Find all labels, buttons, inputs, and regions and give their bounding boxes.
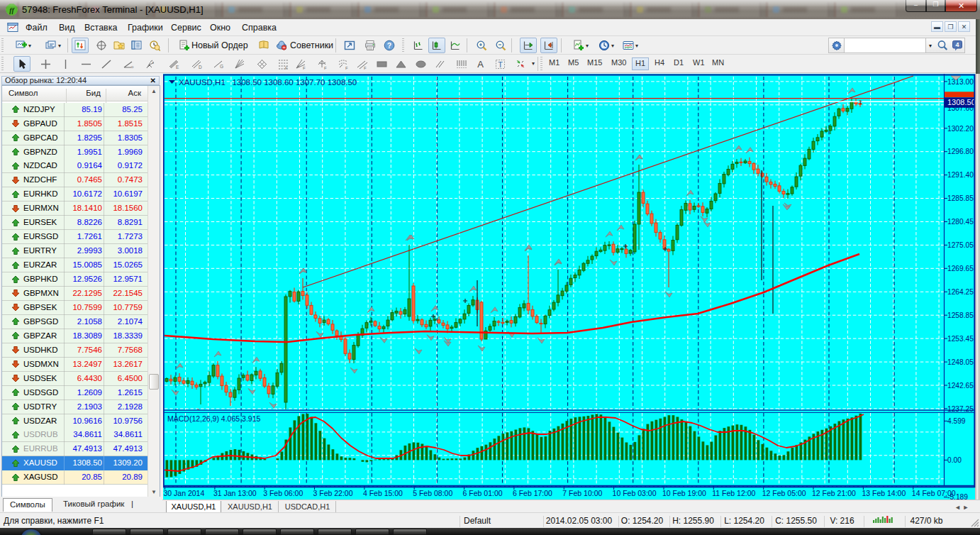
svg-text:1264.25: 1264.25 xyxy=(947,288,974,296)
svg-text:T: T xyxy=(498,60,503,68)
svg-text:1258.85: 1258.85 xyxy=(947,311,974,319)
svg-text:1237.25: 1237.25 xyxy=(947,405,974,413)
svg-text:1248.05: 1248.05 xyxy=(947,358,974,366)
svg-text:3 Feb 22:00: 3 Feb 22:00 xyxy=(313,489,353,497)
svg-text:1285.85: 1285.85 xyxy=(947,194,974,202)
svg-text:1302.20: 1302.20 xyxy=(947,125,974,133)
svg-text:1275.05: 1275.05 xyxy=(947,241,974,249)
svg-text:12 Feb 21:00: 12 Feb 21:00 xyxy=(812,489,856,497)
svg-text:10 Feb 19:00: 10 Feb 19:00 xyxy=(662,489,706,497)
svg-text:3 Feb 06:00: 3 Feb 06:00 xyxy=(263,489,303,497)
svg-text:1296.80: 1296.80 xyxy=(947,148,974,155)
svg-text:1242.65: 1242.65 xyxy=(947,382,974,390)
svg-text:6 Feb 01:00: 6 Feb 01:00 xyxy=(463,489,503,497)
svg-text:o: o xyxy=(131,65,134,69)
svg-text:1280.45: 1280.45 xyxy=(947,218,974,226)
svg-text:5 Feb 08:00: 5 Feb 08:00 xyxy=(413,489,452,497)
svg-text:13 Feb 14:00: 13 Feb 14:00 xyxy=(862,489,906,497)
svg-text:F: F xyxy=(303,66,306,70)
svg-text:30 Jan 2014: 30 Jan 2014 xyxy=(164,489,205,497)
svg-text:D: D xyxy=(199,65,202,70)
svg-text:A: A xyxy=(477,59,484,70)
svg-text:1308.50: 1308.50 xyxy=(947,98,976,106)
svg-text:4 Feb 15:00: 4 Feb 15:00 xyxy=(363,489,403,497)
svg-text:E: E xyxy=(176,65,179,70)
svg-text:31 Jan 13:00: 31 Jan 13:00 xyxy=(213,489,257,497)
svg-text:7 Feb 10:00: 7 Feb 10:00 xyxy=(562,489,602,497)
svg-text:F: F xyxy=(285,66,288,70)
svg-text:6 Feb 17:00: 6 Feb 17:00 xyxy=(513,489,552,497)
svg-text:0.00: 0.00 xyxy=(947,456,962,464)
svg-text:MACD(12,26,9) 4.065 3.915: MACD(12,26,9) 4.065 3.915 xyxy=(167,414,260,423)
svg-text:F: F xyxy=(364,66,367,70)
svg-text:10 Feb 03:00: 10 Feb 03:00 xyxy=(613,489,657,497)
svg-text:4: 4 xyxy=(955,41,959,48)
svg-text:XAUUSD,H1 1308.50 1308.60 13: XAUUSD,H1 1308.50 1308.60 1307.70 1308.5… xyxy=(179,78,357,87)
svg-text:T: T xyxy=(859,99,862,106)
svg-text:1313.00: 1313.00 xyxy=(947,78,974,86)
svg-text:F: F xyxy=(345,66,348,70)
svg-text:F: F xyxy=(324,66,327,70)
svg-text:4.599: 4.599 xyxy=(947,417,966,425)
svg-text:12 Feb 05:00: 12 Feb 05:00 xyxy=(762,489,806,497)
svg-text:?: ? xyxy=(387,41,391,50)
svg-text:1291.40: 1291.40 xyxy=(947,171,974,179)
svg-text:11 Feb 12:00: 11 Feb 12:00 xyxy=(712,489,755,497)
svg-text:G: G xyxy=(220,64,223,69)
svg-text:1253.45: 1253.45 xyxy=(947,335,974,343)
svg-text:1269.65: 1269.65 xyxy=(947,265,974,272)
